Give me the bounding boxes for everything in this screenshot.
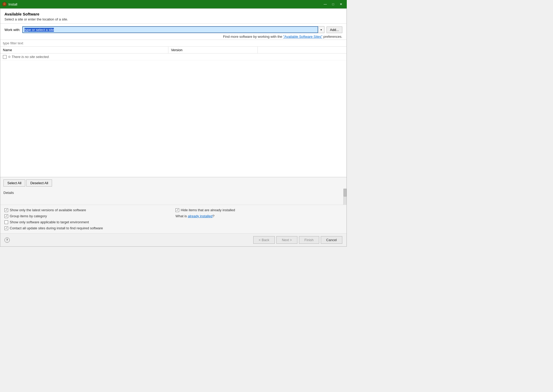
page-title: Available Software — [4, 12, 342, 16]
title-bar: Install — □ ✕ — [0, 0, 347, 8]
help-button[interactable]: ? — [4, 237, 10, 243]
details-section: Details — [0, 189, 347, 205]
page-subtitle: Select a site or enter the location of a… — [4, 17, 342, 21]
table-row: ⊙ There is no site selected. — [0, 54, 347, 60]
contact-all-sites-label: Contact all update sites during install … — [10, 226, 103, 230]
next-button[interactable]: Next > — [276, 236, 297, 244]
work-with-row: Work with: ▾ Add... — [4, 26, 342, 33]
header-section: Available Software Select a site or ente… — [0, 9, 347, 24]
no-site-message: There is no site selected. — [12, 55, 50, 59]
option-row-5: Hide items that are already installed — [175, 208, 342, 212]
app-icon — [2, 2, 7, 7]
back-button[interactable]: < Back — [253, 236, 275, 244]
svg-point-3 — [5, 3, 6, 4]
table-area: Name Version ⊙ There is no site selected… — [0, 47, 347, 177]
finish-button[interactable]: Finish — [299, 236, 319, 244]
footer-left: ? — [4, 237, 10, 243]
options-left: Show only the latest versions of availab… — [4, 208, 171, 230]
option-row-2: Group items by category — [4, 214, 171, 218]
options-right: Hide items that are already installed Wh… — [171, 208, 342, 230]
site-input[interactable] — [22, 26, 318, 33]
item-checkbox[interactable] — [3, 55, 7, 59]
group-by-category-label: Group items by category — [10, 214, 47, 218]
option-row-4: Contact all update sites during install … — [4, 226, 171, 230]
filter-input[interactable] — [0, 40, 347, 46]
select-all-button[interactable]: Select All — [3, 179, 25, 187]
contact-all-sites-checkbox[interactable] — [4, 226, 8, 230]
add-button[interactable]: Add... — [327, 27, 342, 33]
cancel-button[interactable]: Cancel — [321, 236, 342, 244]
show-applicable-label: Show only software applicable to target … — [10, 220, 89, 224]
select-buttons-row: Select All Deselect All — [0, 177, 347, 189]
find-more-suffix: preferences. — [322, 35, 342, 39]
item-icon: ⊙ — [8, 55, 11, 59]
deselect-all-button[interactable]: Deselect All — [26, 179, 52, 187]
site-input-wrapper: ▾ — [22, 26, 324, 33]
show-latest-label: Show only the latest versions of availab… — [10, 208, 86, 212]
column-extra — [258, 47, 347, 53]
option-row-3: Show only software applicable to target … — [4, 220, 171, 224]
hide-installed-label: Hide items that are already installed — [181, 208, 235, 212]
table-header: Name Version — [0, 47, 347, 54]
software-table: ⊙ There is no site selected. — [0, 54, 347, 177]
work-with-section: Work with: ▾ Add... Find more software b… — [0, 24, 347, 40]
main-window: Available Software Select a site or ente… — [0, 8, 347, 247]
window-title: Install — [8, 2, 17, 6]
svg-point-2 — [4, 3, 4, 4]
work-with-label: Work with: — [4, 28, 20, 32]
maximize-button[interactable]: □ — [329, 1, 337, 7]
option-row-1: Show only the latest versions of availab… — [4, 208, 171, 212]
find-more-row: Find more software by working with the "… — [4, 35, 342, 39]
show-applicable-checkbox[interactable] — [4, 220, 8, 224]
what-is-label: What is already installed? — [175, 214, 214, 218]
site-dropdown-button[interactable]: ▾ — [318, 26, 324, 33]
details-scrollbar[interactable] — [343, 189, 347, 205]
footer-right: < Back Next > Finish Cancel — [253, 236, 342, 244]
details-scroll-area: Details — [0, 189, 347, 205]
hide-installed-checkbox[interactable] — [175, 208, 179, 212]
column-version: Version — [168, 47, 258, 53]
options-section: Show only the latest versions of availab… — [0, 205, 347, 233]
close-button[interactable]: ✕ — [337, 1, 345, 7]
filter-section — [0, 40, 347, 47]
option-row-6: What is already installed? — [175, 214, 342, 218]
show-latest-checkbox[interactable] — [4, 208, 8, 212]
group-by-category-checkbox[interactable] — [4, 214, 8, 218]
details-label: Details — [3, 191, 343, 195]
minimize-button[interactable]: — — [322, 1, 329, 7]
footer: ? < Back Next > Finish Cancel — [0, 233, 347, 246]
details-scrollbar-thumb[interactable] — [344, 189, 347, 197]
column-name: Name — [0, 47, 168, 53]
title-bar-controls: — □ ✕ — [322, 1, 345, 7]
available-software-sites-link[interactable]: "Available Software Sites" — [283, 35, 322, 39]
details-content — [3, 196, 343, 204]
title-bar-left: Install — [2, 2, 17, 7]
already-installed-link[interactable]: already installed — [188, 214, 213, 218]
find-more-text: Find more software by working with the — [223, 35, 283, 39]
